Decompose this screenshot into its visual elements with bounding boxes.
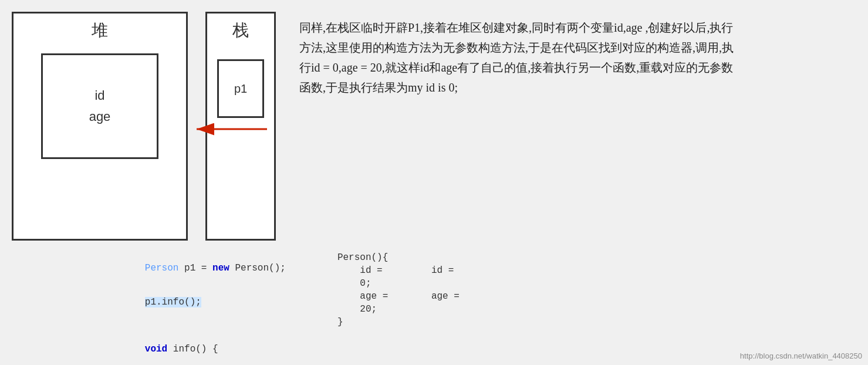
arrow-icon (194, 120, 270, 138)
person-keyword: Person (145, 263, 179, 273)
id-label: id (94, 88, 104, 103)
code-id-assign: id = (337, 265, 408, 276)
void-keyword: void (145, 344, 167, 354)
arrow-container (194, 120, 270, 138)
code-col3-id: id = (431, 265, 478, 276)
new-keyword: new (212, 263, 229, 273)
code-col3-age: age = (431, 291, 478, 302)
diagram-area: 堆 id age 栈 (12, 12, 276, 241)
code-line-blank1 (100, 320, 314, 331)
code-brace-close: } (337, 317, 408, 327)
watermark: http://blog.csdn.net/watkin_4408250 (740, 352, 862, 360)
top-section: 堆 id age 栈 (0, 0, 868, 246)
code-column-2: Person(){ id = 0; age = 20; } (337, 252, 408, 365)
code-col3-blank2 (431, 278, 478, 289)
description-text: 同样,在栈区临时开辟P1,接着在堆区创建对象,同时有两个变量id,age ,创建… (299, 21, 734, 94)
code-person-constructor: Person(){ (337, 252, 408, 263)
age-label: age (89, 109, 111, 124)
p1info-highlighted: p1.info(); (145, 297, 201, 307)
code-column-1: Person p1 = new Person(); p1.info(); voi… (100, 252, 314, 365)
code-age-assign: age = (337, 291, 408, 302)
heap-inner-box: id age (41, 53, 158, 159)
code-line: Person p1 = new Person(); (100, 252, 314, 284)
code-col3-blank3 (431, 304, 478, 315)
main-container: 堆 id age 栈 (0, 0, 868, 365)
description-area: 同样,在栈区临时开辟P1,接着在堆区创建对象,同时有两个变量id,age ,创建… (288, 12, 745, 103)
bottom-section: Person p1 = new Person(); p1.info(); voi… (0, 246, 868, 365)
p1-label: p1 (234, 82, 247, 96)
stack-label: 栈 (232, 19, 249, 42)
code-line-void: void info() { (100, 333, 314, 365)
code-column-3: id = age = (431, 252, 478, 365)
stack-inner-box: p1 (217, 59, 264, 118)
code-line-highlighted: p1.info(); (100, 286, 314, 318)
code-col3-blank (431, 252, 478, 263)
code-age-value: 20; (337, 304, 408, 315)
heap-label: 堆 (92, 19, 108, 42)
code-id-value: 0; (337, 278, 408, 289)
heap-box: 堆 id age (12, 12, 188, 241)
